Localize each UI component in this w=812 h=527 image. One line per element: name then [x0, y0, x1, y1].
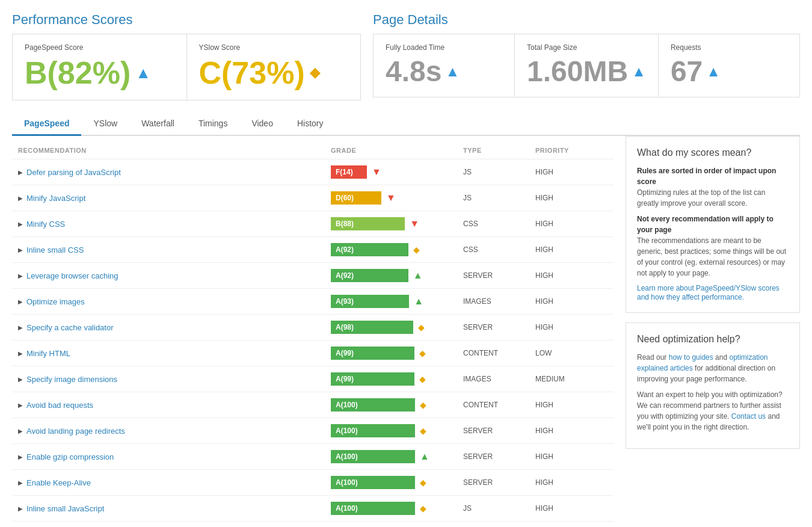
type-cell: SERVER	[463, 452, 535, 461]
rec-label: Avoid bad requests	[26, 401, 93, 410]
recommendation-name[interactable]: ▶ Minify JavaScript	[18, 194, 331, 203]
scores-line2: The recommendations are meant to be gene…	[637, 236, 786, 277]
trend-diamond-icon: ◆	[420, 426, 426, 436]
grade-bar: A(100)	[331, 424, 415, 437]
recommendation-name[interactable]: ▶ Defer parsing of JavaScript	[18, 168, 331, 177]
type-cell: JS	[463, 504, 535, 513]
table-row: ▶ Minify CSS B(88) ▼ CSS HIGH	[12, 211, 614, 237]
chevron-right-icon: ▶	[18, 350, 23, 357]
grade-bar: A(98)	[331, 321, 413, 334]
table-row: ▶ Minify JavaScript D(60) ▼ JS HIGH	[12, 185, 614, 211]
type-cell: CSS	[463, 220, 535, 228]
pagespeed-label: PageSpeed Score	[25, 43, 174, 52]
rec-label: Minify CSS	[26, 220, 65, 229]
tab-pagespeed[interactable]: PageSpeed	[12, 112, 81, 136]
grade-cell: A(100) ◆	[331, 424, 463, 437]
recommendation-name[interactable]: ▶ Specify image dimensions	[18, 375, 331, 384]
priority-cell: MEDIUM	[535, 375, 607, 383]
recommendation-name[interactable]: ▶ Enable Keep-Alive	[18, 478, 331, 487]
tab-yslow[interactable]: YSlow	[81, 112, 129, 136]
priority-cell: HIGH	[535, 194, 607, 202]
scores-learn-more-link[interactable]: Learn more about PageSpeed/YSlow scores …	[637, 284, 780, 301]
table-row: ▶ Optimize images A(93) ▲ IMAGES HIGH	[12, 289, 614, 315]
priority-cell: HIGH	[535, 323, 607, 331]
priority-cell: HIGH	[535, 245, 607, 254]
table-row: ▶ Specify image dimensions A(99) ◆ IMAGE…	[12, 366, 614, 392]
rec-label: Leverage browser caching	[26, 271, 118, 280]
pagespeed-value: B(82%) ▲	[25, 55, 174, 91]
tab-video[interactable]: Video	[239, 112, 285, 136]
total-size-arrow-icon: ▲	[632, 63, 646, 80]
grade-cell: F(14) ▼	[331, 165, 463, 179]
fully-loaded-arrow-icon: ▲	[445, 63, 460, 80]
recommendation-name[interactable]: ▶ Inline small CSS	[18, 245, 331, 254]
rec-label: Enable gzip compression	[26, 452, 114, 461]
scores-bold1: Rules are sorted in order of impact upon…	[637, 167, 776, 186]
chevron-right-icon: ▶	[18, 505, 23, 512]
recommendation-name[interactable]: ▶ Enable gzip compression	[18, 452, 331, 461]
chevron-right-icon: ▶	[18, 454, 23, 460]
chevron-right-icon: ▶	[18, 221, 23, 227]
grade-cell: A(100) ▲	[331, 450, 463, 463]
yslow-score-card: YSlow Score C(73%) ◆	[187, 34, 361, 100]
grade-bar: A(93)	[331, 295, 409, 308]
recommendation-name[interactable]: ▶ Minify HTML	[18, 349, 331, 358]
scores-meaning-box: What do my scores mean? Rules are sorted…	[626, 136, 800, 313]
priority-cell: HIGH	[535, 297, 607, 306]
table-row: ▶ Enable Keep-Alive A(100) ◆ SERVER HIGH	[12, 470, 614, 496]
recommendation-name[interactable]: ▶ Inline small JavaScript	[18, 504, 331, 513]
header-grade: GRADE	[331, 147, 463, 154]
recommendation-name[interactable]: ▶ Minify CSS	[18, 220, 331, 229]
contact-us-link[interactable]: Contact us	[731, 412, 766, 421]
trend-diamond-icon: ◆	[413, 245, 420, 254]
grade-bar: D(60)	[331, 191, 381, 205]
grade-cell: B(88) ▼	[331, 217, 463, 230]
grade-cell: A(99) ◆	[331, 347, 463, 360]
rec-label: Specify a cache validator	[26, 323, 114, 332]
priority-cell: HIGH	[535, 401, 607, 409]
table-row: ▶ Defer parsing of JavaScript F(14) ▼ JS…	[12, 159, 614, 185]
chevron-right-icon: ▶	[18, 376, 23, 383]
table-row: ▶ Avoid landing page redirects A(100) ◆ …	[12, 418, 614, 444]
tab-timings[interactable]: Timings	[186, 112, 240, 136]
recommendation-name[interactable]: ▶ Avoid landing page redirects	[18, 427, 331, 436]
trend-up-icon: ▲	[413, 270, 423, 281]
type-cell: CONTENT	[463, 349, 535, 357]
requests-label: Requests	[671, 43, 787, 52]
priority-cell: HIGH	[535, 427, 607, 435]
trend-diamond-icon: ◆	[419, 348, 426, 358]
type-cell: JS	[463, 168, 535, 176]
priority-cell: HIGH	[535, 452, 607, 461]
tab-bar: PageSpeed YSlow Waterfall Timings Video …	[12, 112, 800, 136]
optimization-help-title: Need optimization help?	[637, 334, 789, 345]
grade-cell: A(92) ◆	[331, 243, 463, 256]
recommendation-name[interactable]: ▶ Avoid bad requests	[18, 401, 331, 410]
rec-label: Minify JavaScript	[26, 194, 85, 203]
trend-down-icon: ▼	[386, 193, 396, 203]
tab-waterfall[interactable]: Waterfall	[129, 112, 186, 136]
priority-cell: HIGH	[535, 168, 607, 176]
rec-label: Avoid landing page redirects	[26, 427, 125, 436]
trend-diamond-icon: ◆	[418, 322, 425, 332]
chevron-right-icon: ▶	[18, 169, 23, 176]
how-to-guides-link[interactable]: how to guides	[669, 353, 713, 362]
total-size-value: 1.60MB ▲	[527, 55, 646, 88]
sidebar: What do my scores mean? Rules are sorted…	[626, 136, 800, 522]
fully-loaded-value: 4.8s ▲	[386, 55, 502, 88]
chevron-right-icon: ▶	[18, 324, 23, 331]
pagespeed-score-card: PageSpeed Score B(82%) ▲	[13, 34, 187, 100]
recommendation-name[interactable]: ▶ Optimize images	[18, 297, 331, 306]
tab-history[interactable]: History	[285, 112, 336, 136]
optimization-line1: Read our how to guides and optimization …	[637, 352, 789, 384]
trend-up-icon: ▲	[420, 451, 429, 462]
yslow-value: C(73%) ◆	[199, 55, 349, 91]
grade-bar: F(14)	[331, 165, 367, 179]
scores-bold2: Not every recommendation will apply to y…	[637, 215, 774, 234]
grade-bar: A(100)	[331, 398, 415, 411]
grade-cell: D(60) ▼	[331, 191, 463, 205]
type-cell: IMAGES	[463, 375, 535, 383]
fully-loaded-card: Fully Loaded Time 4.8s ▲	[374, 34, 515, 97]
recommendation-name[interactable]: ▶ Specify a cache validator	[18, 323, 331, 332]
recommendation-name[interactable]: ▶ Leverage browser caching	[18, 271, 331, 280]
priority-cell: HIGH	[535, 271, 607, 280]
